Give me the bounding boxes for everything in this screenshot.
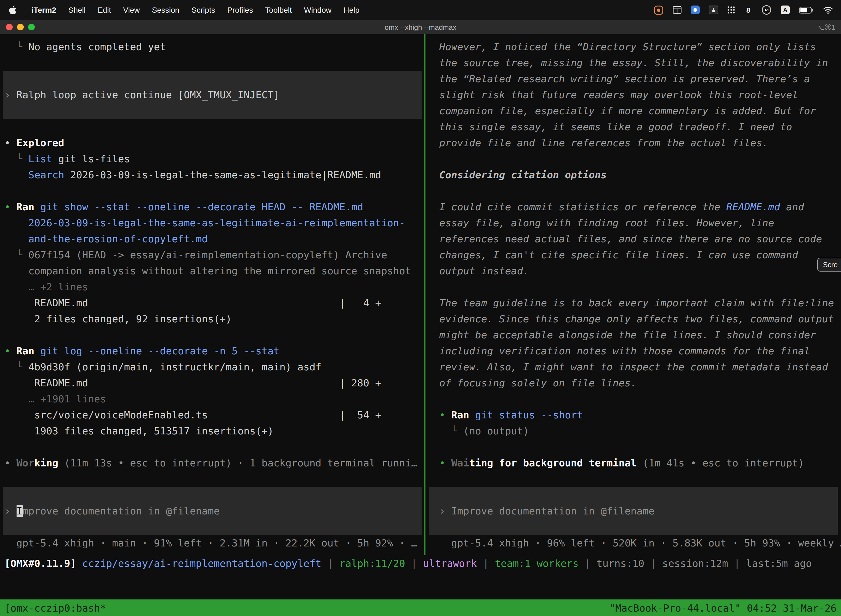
svg-text:.61: .61 <box>764 8 769 12</box>
window-shortcut: ⌥⌘1 <box>816 23 835 31</box>
terminal-line: review. Also, I might want to inspect th… <box>425 359 841 375</box>
terminal-line: src/voice/voiceModeEnabled.ts | 54 + <box>0 407 424 423</box>
terminal-line: companion file, especially if more comme… <box>425 103 841 119</box>
terminal-line: of focusing solely on file lines. <box>425 375 841 391</box>
terminal-line: provide file and line references from th… <box>425 135 841 151</box>
screen-share-popover[interactable]: Scre <box>818 258 841 271</box>
terminal-line: Considering citation options <box>425 167 841 183</box>
terminal-line: essay file, along with finding root file… <box>425 215 841 231</box>
tmux-inject-banner: › Ralph loop active continue [OMX_TMUX_I… <box>3 70 422 119</box>
menu-item-iterm2[interactable]: iTerm2 <box>25 6 62 14</box>
menu-item-scripts[interactable]: Scripts <box>185 6 221 14</box>
terminal-line: references need actual files, and since … <box>425 231 841 247</box>
menu-item-view[interactable]: View <box>117 6 146 14</box>
terminal-line: └ 067f154 (HEAD -> essay/ai-reimplementa… <box>0 247 424 263</box>
terminal-line: … +2 lines <box>0 279 424 295</box>
window-title-bar[interactable]: omx --xhigh --madmax ⌥⌘1 <box>0 20 841 34</box>
battery-percentage-icon[interactable]: .61 <box>762 5 771 15</box>
menu-item-help[interactable]: Help <box>337 6 366 14</box>
screen: iTerm2ShellEditViewSessionScriptsProfile… <box>0 0 841 616</box>
terminal-line: and-the-erosion-of-copyleft.md <box>0 231 424 247</box>
terminal-line: output instead. <box>425 263 841 279</box>
terminal-line: … +1901 lines <box>0 391 424 407</box>
terminal-line: slight risk that future readers may over… <box>425 87 841 103</box>
omx-status-line: [OMX#0.11.9] cczip/essay/ai-reimplementa… <box>0 555 841 571</box>
terminal-line <box>0 471 424 487</box>
terminal-line <box>0 55 424 70</box>
terminal-line: › Improve documentation in @filename <box>3 503 422 519</box>
traffic-lights <box>0 24 35 30</box>
terminal-line: The team guideline is to back every impo… <box>425 295 841 311</box>
screen-recording-indicator-icon[interactable] <box>654 5 663 15</box>
terminal-line: • Ran git status --short <box>425 407 841 423</box>
spacer <box>0 571 841 600</box>
tmux-status-bar: [omx-cczip0:bash* "MacBook-Pro-44.local"… <box>0 600 841 616</box>
terminal-line <box>425 183 841 199</box>
terminal-line: • Working (11m 13s • esc to interrupt) ·… <box>0 455 424 471</box>
prompt-input[interactable]: › Improve documentation in @filename <box>429 487 838 535</box>
apple-logo-icon <box>9 6 16 14</box>
terminal-line <box>425 471 841 487</box>
tmux-host-time: "MacBook-Pro-44.local" 04:52 31-Mar-26 <box>609 602 837 613</box>
terminal-line: gpt-5.4 xhigh · main · 91% left · 2.31M … <box>0 535 424 551</box>
terminal-line: └ 4b9d30f (origin/main, instructkr/main,… <box>0 359 424 375</box>
terminal-line: README.md | 280 + <box>0 375 424 391</box>
terminal-line <box>425 279 841 295</box>
terminal-line <box>425 391 841 407</box>
prompt-input[interactable]: › Improve documentation in @filename <box>3 487 422 535</box>
terminal-line: • Explored <box>0 135 424 151</box>
menu-item-session[interactable]: Session <box>146 6 185 14</box>
terminal-line: including verification notes with those … <box>425 343 841 359</box>
terminal-line: evidence. Since this change only affects… <box>425 311 841 327</box>
menu-item-edit[interactable]: Edit <box>92 6 117 14</box>
dots-grid-icon[interactable] <box>727 5 735 15</box>
dark-app-icon[interactable] <box>709 5 718 15</box>
window-manager-icon[interactable] <box>673 5 681 15</box>
terminal-line <box>0 183 424 199</box>
terminal-pane-left[interactable]: └ No agents completed yet› Ralph loop ac… <box>0 34 424 555</box>
terminal-line: However, I noticed the “Directory Struct… <box>425 39 841 55</box>
input-source-icon[interactable]: A <box>781 5 790 15</box>
terminal-line <box>0 327 424 343</box>
menu-item-shell[interactable]: Shell <box>62 6 92 14</box>
terminal-line: changes, I can't cite specific file line… <box>425 247 841 263</box>
terminal-line: companion analysis without altering the … <box>0 263 424 279</box>
terminal-line: the “Related research writing” section i… <box>425 70 841 87</box>
terminal-line: README.md | 4 + <box>0 295 424 311</box>
apple-menu[interactable] <box>9 6 19 14</box>
terminal-line: the source tree, missing the essay. Stil… <box>425 55 841 70</box>
terminal-line: I could cite commit statistics or refere… <box>425 199 841 215</box>
menu-bar: iTerm2ShellEditViewSessionScriptsProfile… <box>0 0 841 20</box>
terminal-line: gpt-5.4 xhigh · 96% left · 520K in · 5.8… <box>425 535 841 551</box>
terminal-line: 2 files changed, 92 insertions(+) <box>0 311 424 327</box>
wifi-icon[interactable] <box>823 5 833 15</box>
keypad-8-icon[interactable]: 8 <box>744 5 752 15</box>
terminal-line: └ List git ls-files <box>0 151 424 167</box>
terminal-line: › Improve documentation in @filename <box>429 503 838 519</box>
svg-text:A: A <box>783 7 787 13</box>
terminal-line: • Waiting for background terminal (1m 41… <box>425 455 841 471</box>
terminal-line: • Ran git show --stat --oneline --decora… <box>0 199 424 215</box>
zoom-button[interactable] <box>28 24 35 30</box>
terminal-line: └ No agents completed yet <box>0 39 424 55</box>
window-title: omx --xhigh --madmax <box>0 23 841 31</box>
terminal-line: 2026-03-09-is-legal-the-same-as-legitima… <box>0 215 424 231</box>
terminal-line: › Ralph loop active continue [OMX_TMUX_I… <box>3 87 422 103</box>
menu-item-profiles[interactable]: Profiles <box>221 6 259 14</box>
terminal-line: └ (no output) <box>425 423 841 439</box>
menubar-status-icons: 8.61A <box>654 5 835 15</box>
terminal-line: Search 2026-03-09-is-legal-the-same-as-l… <box>0 167 424 183</box>
terminal-line <box>0 119 424 135</box>
battery-icon[interactable] <box>799 5 813 15</box>
tmux-session-label: [omx-cczip0:bash* <box>4 602 106 613</box>
menubar-items: iTerm2ShellEditViewSessionScriptsProfile… <box>25 6 366 14</box>
terminal-line: • Ran git log --oneline --decorate -n 5 … <box>0 343 424 359</box>
terminal-line: this single essay, it seems like a good … <box>425 119 841 135</box>
menu-item-window[interactable]: Window <box>298 6 338 14</box>
minimize-button[interactable] <box>17 24 24 30</box>
terminal-pane-right[interactable]: However, I noticed the “Directory Struct… <box>425 34 841 555</box>
terminal: └ No agents completed yet› Ralph loop ac… <box>0 34 841 555</box>
menu-item-toolbelt[interactable]: Toolbelt <box>259 6 298 14</box>
blue-app-icon[interactable] <box>691 5 700 15</box>
close-button[interactable] <box>6 24 13 30</box>
